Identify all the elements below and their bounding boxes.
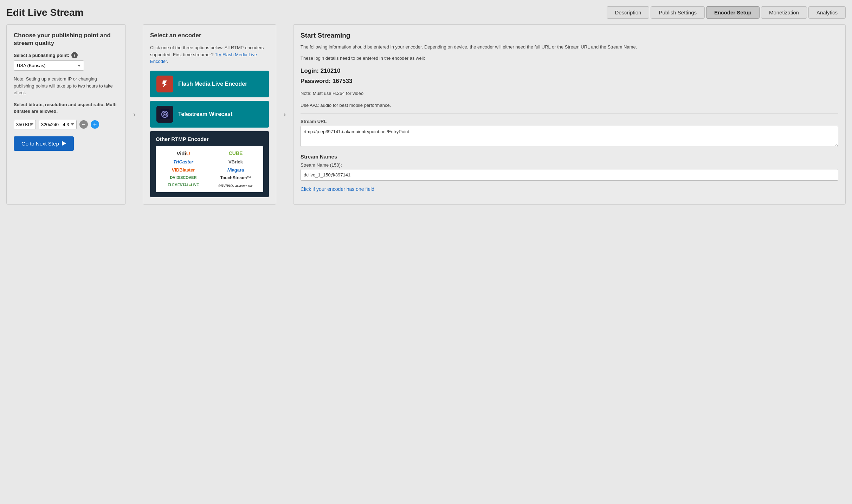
nav-tabs: Description Publish Settings Encoder Set… [607, 6, 846, 19]
main-content: Choose your publishing point and stream … [6, 24, 846, 205]
logo-vbrick: VBrick [212, 159, 259, 164]
login-line: Login: 210210 [301, 66, 838, 76]
left-section-title: Choose your publishing point and stream … [14, 32, 118, 47]
next-step-button[interactable]: Go to Next Step [14, 136, 74, 151]
bitrate-label: Select bitrate, resolution and aspect ra… [14, 101, 118, 115]
tab-analytics[interactable]: Analytics [808, 6, 846, 19]
publishing-point-label: Select a publishing point: i [14, 52, 118, 58]
other-rtmp-title: Other RTMP Encoder [156, 136, 263, 142]
right-desc1: The following information should be ente… [301, 44, 838, 51]
middle-section-title: Select an encoder [150, 32, 269, 39]
logo-niagara: Niagara [212, 167, 259, 173]
wirecast-icon [156, 106, 173, 123]
logo-dv: DV DISCOVER [160, 175, 207, 180]
page-title: Edit Live Stream [6, 7, 83, 18]
logo-vidiu: VidiU [160, 150, 207, 156]
left-middle-divider: › [129, 24, 139, 205]
info-icon[interactable]: i [71, 52, 78, 58]
remove-bitrate-button[interactable]: − [79, 120, 88, 129]
right-panel: Start Streaming The following informatio… [293, 24, 846, 205]
flash-icon [156, 76, 173, 92]
bitrate-select[interactable]: 350 Kb 500 Kb 1000 Kb 2000 Kb [14, 120, 36, 129]
logo-elemental: ELEMENTAL●LIVE [160, 183, 207, 188]
divider [301, 114, 838, 114]
bitrate-row: 350 Kb 500 Kb 1000 Kb 2000 Kb 320x240 - … [14, 120, 118, 129]
middle-panel: Select an encoder Click one of the three… [143, 24, 276, 205]
resolution-select[interactable]: 320x240 - 4:3 640x480 - 4:3 1280x720 - 1… [39, 120, 77, 129]
logo-touchstream: TouchStream™ [212, 175, 259, 180]
logo-envivio: envivio. 4Caster C4° [212, 183, 259, 188]
stream-url-input[interactable] [301, 126, 838, 147]
stream-names-label: Stream Names [301, 154, 838, 160]
credentials: Login: 210210 Password: 167533 [301, 66, 838, 86]
logo-tricaster: TriCaster [160, 159, 207, 164]
stream-url-label: Stream URL [301, 119, 838, 124]
svg-point-5 [164, 114, 166, 115]
tab-monetization[interactable]: Monetization [761, 6, 807, 19]
publishing-note: Note: Setting up a custom IP or changing… [14, 76, 118, 96]
add-bitrate-button[interactable]: + [91, 120, 99, 129]
page-header: Edit Live Stream Description Publish Set… [6, 6, 846, 19]
right-section-title: Start Streaming [301, 32, 838, 39]
left-panel: Choose your publishing point and stream … [6, 24, 126, 205]
other-rtmp-logos: VidiU CUBE TriCaster VBrick VIDBlaster N… [156, 146, 263, 192]
aac-note: Use AAC audio for best mobile performanc… [301, 102, 838, 109]
one-field-link[interactable]: Click if your encoder has one field [301, 186, 838, 192]
wirecast-encoder-button[interactable]: Telestream Wirecast [150, 101, 269, 128]
stream-name-input[interactable] [301, 169, 838, 181]
h264-note: Note: Must use H.264 for video [301, 90, 838, 97]
publishing-point-select[interactable]: USA (Kansas) USA (New York) Europe Asia [14, 60, 84, 71]
logo-vidblaster: VIDBlaster [160, 167, 207, 173]
password-line: Password: 167533 [301, 76, 838, 86]
flash-encoder-button[interactable]: Flash Media Live Encoder [150, 71, 269, 97]
stream-name-row-label: Stream Name (150): [301, 162, 838, 168]
encoder-intro: Click one of the three options below. Al… [150, 44, 269, 65]
right-desc2: These login details need to be entered i… [301, 55, 838, 62]
other-rtmp-section: Other RTMP Encoder VidiU CUBE TriCaster … [150, 131, 269, 197]
play-icon [62, 141, 66, 146]
tab-description[interactable]: Description [607, 6, 649, 19]
logo-cube: CUBE [212, 150, 259, 156]
middle-right-divider: › [280, 24, 290, 205]
tab-publish-settings[interactable]: Publish Settings [651, 6, 705, 19]
tab-encoder-setup[interactable]: Encoder Setup [706, 6, 760, 19]
